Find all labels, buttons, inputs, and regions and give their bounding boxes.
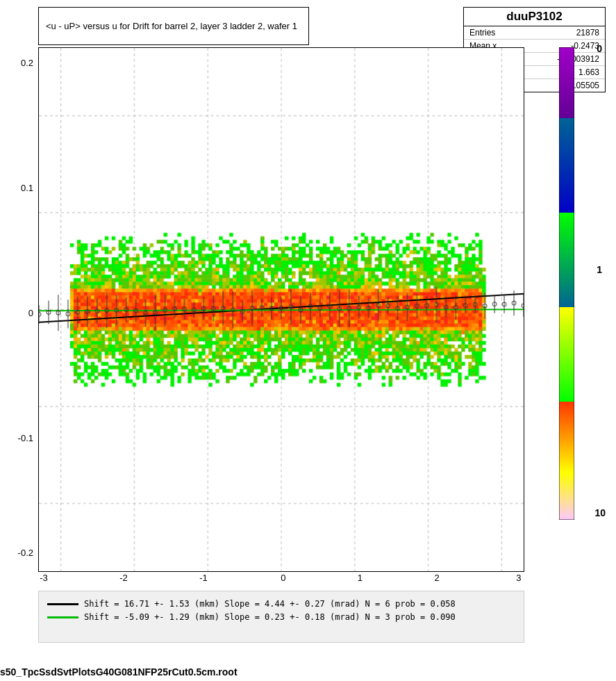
stats-entries-row: Entries 21878 — [464, 26, 605, 40]
page-container: 0.2 0.1 0 -0.1 -0.2 <u - uP> versus u fo… — [0, 0, 616, 681]
x-label-1: 1 — [358, 573, 363, 590]
x-label-neg3: -3 — [40, 573, 48, 590]
y-label-02: 0.2 — [21, 58, 33, 68]
legend-row-2: Shift = -5.09 +- 1.29 (mkm) Slope = 0.23… — [47, 612, 515, 622]
stats-title: duuP3102 — [464, 8, 605, 26]
y-label-minus01: -0.1 — [18, 433, 33, 443]
scatter-plot — [38, 47, 524, 572]
entries-value: 21878 — [576, 28, 599, 38]
y-label-minus02: -0.2 — [18, 548, 33, 558]
legend-text-2: Shift = -5.09 +- 1.29 (mkm) Slope = 0.23… — [84, 612, 456, 622]
x-label-3: 3 — [516, 573, 521, 590]
x-label-neg1: -1 — [199, 573, 208, 590]
y-label-0: 0 — [28, 308, 33, 318]
color-scale-bar — [559, 47, 574, 520]
legend-row-1: Shift = 16.71 +- 1.53 (mkm) Slope = 4.44… — [47, 599, 515, 609]
y-label-01: 0.1 — [21, 183, 33, 193]
title-text: <u - uP> versus u for Drift for barrel 2… — [46, 21, 297, 31]
color-scale-label-bot: 10 — [594, 507, 606, 518]
rms-x-value: 1.663 — [578, 67, 599, 77]
x-label-0: 0 — [281, 573, 285, 590]
title-box: <u - uP> versus u for Drift for barrel 2… — [38, 7, 309, 45]
x-axis: -3 -2 -1 0 1 2 3 — [38, 573, 524, 590]
legend-text-1: Shift = 16.71 +- 1.53 (mkm) Slope = 4.44… — [84, 599, 456, 609]
footer-text: s50_TpcSsdSvtPlotsG40G081NFP25rCut0.5cm.… — [0, 666, 238, 678]
color-scale-label-top: 0 — [597, 43, 602, 54]
x-label-2: 2 — [434, 573, 439, 590]
legend-area: Shift = 16.71 +- 1.53 (mkm) Slope = 4.44… — [38, 591, 524, 643]
legend-line-black — [47, 603, 78, 605]
y-axis: 0.2 0.1 0 -0.1 -0.2 — [6, 52, 37, 573]
legend-line-green — [47, 616, 78, 618]
mean-x-value: -0.2473 — [571, 41, 599, 51]
color-scale-label-mid: 1 — [597, 264, 602, 275]
entries-label: Entries — [469, 28, 495, 38]
x-label-neg2: -2 — [119, 573, 128, 590]
